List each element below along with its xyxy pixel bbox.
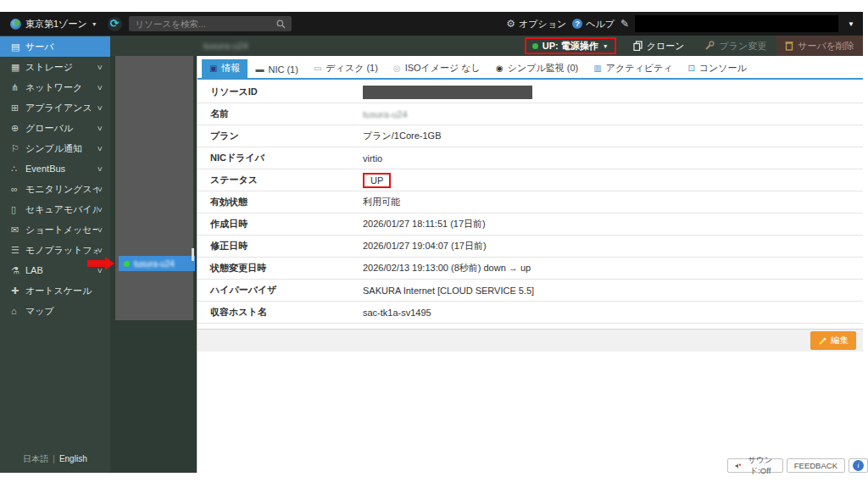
sidebar-item-autoscale[interactable]: ✚ オートスケール ∨ <box>0 280 110 301</box>
info-row: ステータス UP <box>198 169 863 191</box>
app-window: 東京第1ゾーン ▼ ⟳ ⚙ オプション ? ヘルプ ✎ ▼ <box>0 12 863 473</box>
info-row-label: 有効状態 <box>210 196 363 208</box>
edit-button-label: 編集 <box>831 335 849 347</box>
sound-toggle-button[interactable]: サウンド:Off <box>727 458 783 473</box>
tab-label: アクティビティ <box>606 62 673 75</box>
monitoring-icon: ∞ <box>11 184 25 194</box>
top-bar: 東京第1ゾーン ▼ ⟳ ⚙ オプション ? ヘルプ ✎ ▼ <box>0 12 863 36</box>
main-area: ▤ サーバ ∨ ▦ ストレージ ∨ ⋔ ネットワーク ∨ ⊞ アプライアンス ∨… <box>0 36 863 473</box>
chevron-down-icon: ∨ <box>97 186 103 193</box>
notification-icon: ⚐ <box>11 143 25 154</box>
info-row-label: 作成日時 <box>210 218 363 230</box>
zone-selector[interactable]: 東京第1ゾーン ▼ <box>0 18 106 30</box>
chevron-down-icon: ∨ <box>97 165 103 173</box>
server-list-item-selected[interactable]: tusura-u24 <box>119 256 195 271</box>
topbar-right-group: ⚙ オプション ? ヘルプ ✎ ▼ <box>506 15 863 32</box>
sidebar-item-appliance[interactable]: ⊞ アプライアンス ∨ <box>0 97 110 118</box>
power-menu-button[interactable]: UP: 電源操作 ▼ <box>532 40 609 53</box>
sidebar-item-map[interactable]: ⌂ マップ ∨ <box>0 301 110 321</box>
global-icon: ⊕ <box>11 123 25 134</box>
delete-server-button[interactable]: サーバを削除 <box>776 36 863 56</box>
info-row: NICドライバ virtio <box>198 147 863 169</box>
chevron-down-icon: ▼ <box>92 21 97 27</box>
sidebar-item-monitoring[interactable]: ∞ モニタリングスイート ∨ <box>0 179 110 199</box>
sidebar-item-message[interactable]: ✉ ショートメッセージ ∨ <box>0 219 110 240</box>
info-tab-icon: ▣ <box>209 64 217 73</box>
info-row-label: リソースID <box>210 86 363 98</box>
account-menu-redacted[interactable] <box>635 15 838 32</box>
sidebar-item-mobile[interactable]: ▯ セキュアモバイル ∨ <box>0 199 110 219</box>
chevron-down-icon: ∨ <box>97 206 103 214</box>
chevron-down-icon: ∨ <box>97 145 103 152</box>
detail-panel: ▣ 情報 ▬ NIC (1) ▭ ディスク (1) ◎ ISOイメージ なし ◉… <box>197 56 863 473</box>
sidebar-item-label: ネットワーク <box>25 81 97 94</box>
edit-pencil-icon <box>818 336 827 346</box>
language-japanese-link[interactable]: 日本語 <box>23 454 48 463</box>
bottom-widgets: サウンド:Off FEEDBACK i <box>727 458 868 473</box>
plan-change-label: プラン変更 <box>719 40 766 53</box>
info-value-text: SAKURA Internet [CLOUD SERVICE 5.5] <box>363 286 534 296</box>
info-row-value: sac-tk1a-sv1495 <box>363 308 431 318</box>
sidebar-item-label: ストレージ <box>25 61 97 74</box>
info-table: リソースID 名前 tusura-u24 プラン プラン/1Core-1GB N… <box>198 81 863 324</box>
tab-disk[interactable]: ▭ ディスク (1) <box>306 59 386 78</box>
refresh-button[interactable]: ⟳ <box>108 17 122 31</box>
clone-button[interactable]: クローン <box>623 36 695 56</box>
help-button[interactable]: ? ヘルプ <box>572 18 615 30</box>
list-scrollbar-thumb[interactable] <box>192 248 194 261</box>
tab-iso[interactable]: ◎ ISOイメージ なし <box>386 59 488 78</box>
tab-monitor[interactable]: ◉ シンプル監視 (0) <box>488 59 586 78</box>
sidebar-item-lab[interactable]: ⚗ LAB ∨ <box>0 260 110 280</box>
server-list-item-label: tusura-u24 <box>134 259 175 269</box>
info-row-label: 修正日時 <box>210 240 363 252</box>
sidebar-item-notification[interactable]: ⚐ シンプル通知 ∨ <box>0 138 110 158</box>
toolbar-server-name: tusura-u24 <box>203 41 248 51</box>
help-icon: ? <box>572 19 582 29</box>
tab-activity[interactable]: ▥ アクティビティ <box>586 59 680 78</box>
info-value-text: 2026/02/13 19:13:00 (8秒前) down → up <box>363 262 531 274</box>
map-icon: ⌂ <box>11 306 25 316</box>
chevron-down-icon: ∨ <box>97 226 103 234</box>
sound-toggle-label: サウンド:Off <box>745 455 776 477</box>
content-body: tusura-u24 ▣ 情報 ▬ NIC (1) ▭ ディスク (1) ◎ I… <box>110 56 863 473</box>
tab-info[interactable]: ▣ 情報 <box>202 59 248 78</box>
info-icon: i <box>853 460 864 471</box>
info-row: 有効状態 利用可能 <box>198 191 863 214</box>
info-value-text: 2026/01/27 19:04:07 (17日前) <box>363 240 487 252</box>
info-button[interactable]: i <box>849 458 868 473</box>
language-separator: | <box>48 454 59 463</box>
sidebar-item-server[interactable]: ▤ サーバ ∨ <box>0 36 110 57</box>
gear-icon: ⚙ <box>506 18 515 30</box>
plan-change-button[interactable]: プラン変更 <box>694 36 776 56</box>
info-row-value: UP <box>363 173 391 188</box>
info-row: 修正日時 2026/01/27 19:04:07 (17日前) <box>198 236 863 258</box>
feedback-button[interactable]: FEEDBACK <box>787 458 845 473</box>
tab-label: シンプル監視 (0) <box>508 62 579 75</box>
language-english-link[interactable]: English <box>59 454 87 463</box>
options-button[interactable]: ⚙ オプション <box>506 18 566 30</box>
tab-console[interactable]: ⊡ コンソール <box>680 59 754 78</box>
autoscale-icon: ✚ <box>11 286 25 297</box>
sidebar-item-label: シンプル通知 <box>25 142 97 155</box>
tab-nic[interactable]: ▬ NIC (1) <box>248 62 305 78</box>
wrench-icon <box>704 41 715 51</box>
search-input[interactable] <box>129 16 292 31</box>
info-value-text: sac-tk1a-sv1495 <box>363 308 431 318</box>
tab-label: NIC (1) <box>268 64 298 75</box>
sidebar-item-storage[interactable]: ▦ ストレージ ∨ <box>0 57 110 77</box>
sidebar-item-label: モニタリングスイート <box>25 183 97 196</box>
sidebar-item-monoplatform[interactable]: ☰ モノプラットフォーム ∨ <box>0 240 110 260</box>
info-row: 作成日時 2026/01/27 18:11:51 (17日前) <box>198 214 863 236</box>
info-row-value: 2026/01/27 19:04:07 (17日前) <box>363 240 487 252</box>
info-row-label: ハイパーバイザ <box>210 284 363 297</box>
zone-globe-icon <box>10 19 21 30</box>
sidebar-item-eventbus[interactable]: ∴ EventBus ∨ <box>0 158 110 179</box>
info-row-label: プラン <box>210 130 363 142</box>
edit-button[interactable]: 編集 <box>810 331 856 350</box>
mobile-icon: ▯ <box>11 204 25 215</box>
sidebar-item-network[interactable]: ⋔ ネットワーク ∨ <box>0 77 110 97</box>
info-row: 収容ホスト名 sac-tk1a-sv1495 <box>198 302 863 324</box>
info-row-value: 2026/02/13 19:13:00 (8秒前) down → up <box>363 262 531 274</box>
chevron-down-icon: ∨ <box>97 84 103 92</box>
sidebar-item-global[interactable]: ⊕ グローバル ∨ <box>0 118 110 138</box>
